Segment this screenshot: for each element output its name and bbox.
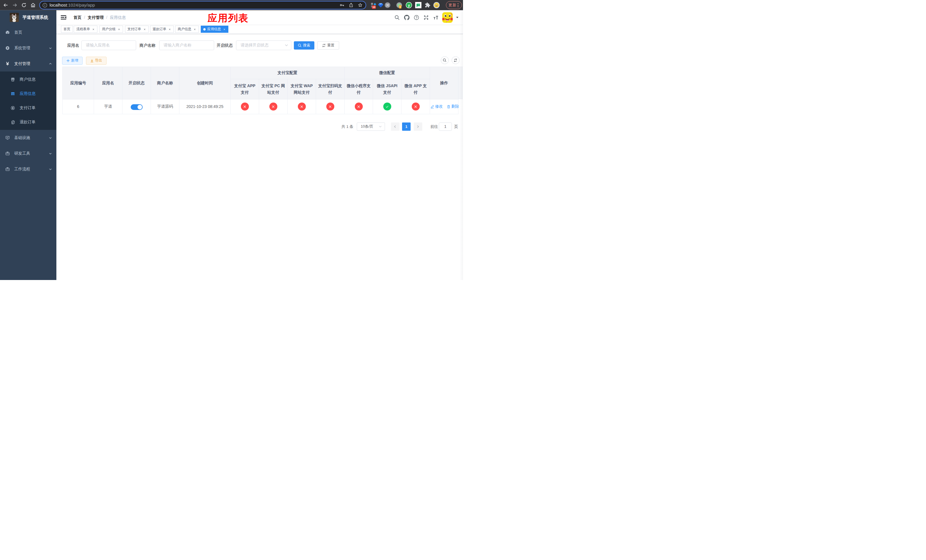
extension-puzzle-icon[interactable] xyxy=(424,2,431,8)
pagination-page-1[interactable]: 1 xyxy=(402,123,411,131)
user-avatar[interactable] xyxy=(442,12,459,23)
sidebar-item-refund-orders[interactable]: 退款订单 xyxy=(0,115,56,129)
font-size-icon[interactable] xyxy=(431,10,440,24)
breadcrumb-home[interactable]: 首页 xyxy=(73,15,82,20)
col-alipay-wap: 支付宝 WAP网站支付 xyxy=(287,79,316,99)
tag-close-icon[interactable] xyxy=(168,28,171,31)
sidebar-item-infra[interactable]: 基础设施 xyxy=(0,130,56,145)
sidebar-item-label: 支付管理 xyxy=(14,61,30,67)
table-scroll-gutter xyxy=(458,67,463,99)
pagination-next-button[interactable] xyxy=(414,123,422,131)
browser-reload-icon[interactable] xyxy=(21,2,27,9)
table-refresh-button[interactable] xyxy=(452,56,460,64)
tag-home[interactable]: 首页 xyxy=(61,26,73,33)
col-alipay-pc: 支付宝 PC 网站支付 xyxy=(259,79,287,99)
extension-y-icon[interactable]: y xyxy=(406,2,412,8)
col-wx-jsapi: 微信 JSAPI支付 xyxy=(373,79,401,99)
browser-back-icon[interactable] xyxy=(2,2,9,9)
tag-close-icon[interactable] xyxy=(193,28,196,31)
help-icon[interactable] xyxy=(412,10,421,24)
browser-menu-kebab-icon[interactable] xyxy=(458,3,458,7)
sidebar-item-label: 退款订单 xyxy=(20,120,36,125)
tag-close-icon[interactable] xyxy=(92,28,95,31)
extension-command-icon[interactable]: ⌘ xyxy=(384,2,391,8)
add-button[interactable]: 新增 xyxy=(62,57,83,65)
tag-app-info[interactable]: 应用信息 xyxy=(201,26,228,33)
reset-button[interactable]: 重置 xyxy=(317,41,339,50)
export-button[interactable]: 导出 xyxy=(86,57,106,65)
github-icon[interactable] xyxy=(402,10,412,24)
breadcrumb-payment[interactable]: 支付管理 xyxy=(88,15,104,20)
tag-merchant-info[interactable]: 商户信息 xyxy=(175,26,199,33)
sidebar-item-app-info[interactable]: 应用信息 xyxy=(0,86,56,101)
sidebar-item-payment[interactable]: 支付管理 xyxy=(0,56,56,71)
dashboard-icon xyxy=(5,30,10,35)
pagination-goto-label: 前往 xyxy=(431,123,438,131)
select-placeholder: 请选择开启状态 xyxy=(241,43,268,48)
input-placeholder: 请输入应用名 xyxy=(86,43,110,48)
button-label: 重置 xyxy=(327,43,334,48)
sidebar-logo[interactable]: 芋道管理系统 xyxy=(0,10,56,24)
header-search-icon[interactable] xyxy=(392,10,402,24)
site-info-icon[interactable] xyxy=(42,3,47,8)
bookmark-star-icon[interactable] xyxy=(358,3,363,8)
button-label: 导出 xyxy=(95,58,102,63)
logo-rabbit-image xyxy=(10,13,19,22)
chevron-down-icon xyxy=(49,152,52,155)
col-app-id: 应用编号 xyxy=(63,67,94,100)
sidebar-item-home[interactable]: 首页 xyxy=(0,24,56,40)
tag-close-icon[interactable] xyxy=(143,28,146,31)
tag-close-icon[interactable] xyxy=(223,28,226,31)
cell-alipay-wap xyxy=(287,99,316,114)
edit-link[interactable]: 修改 xyxy=(431,104,443,109)
tag-pay-order[interactable]: 支付订单 xyxy=(125,26,149,33)
sidebar-item-pay-orders[interactable]: 支付订单 xyxy=(0,101,56,115)
cell-wx-app xyxy=(401,99,430,114)
status-select[interactable]: 请选择开启状态 xyxy=(236,41,291,50)
merchant-label: 商户名称 xyxy=(138,41,156,50)
sidebar-item-devtools[interactable]: 研发工具 xyxy=(0,145,56,161)
tag-label: 流程表单 xyxy=(76,26,90,32)
tag-user-group[interactable]: 用户分组 xyxy=(99,26,123,33)
chevron-up-icon xyxy=(49,62,52,65)
status-check-icon xyxy=(383,103,391,110)
documents-icon xyxy=(11,120,15,124)
status-cross-icon xyxy=(298,103,306,110)
chevron-down-icon xyxy=(49,168,52,171)
tag-refund-order[interactable]: 退款订单 xyxy=(150,26,174,33)
extension-blue-diamond-icon[interactable]: 10 xyxy=(371,2,377,8)
sidebar-item-system[interactable]: 系统管理 xyxy=(0,40,56,56)
password-key-icon[interactable] xyxy=(339,3,345,8)
status-switch[interactable] xyxy=(131,104,143,110)
sidebar-submenu-payment: 商户信息 应用信息 支付订单 退款订单 xyxy=(0,71,56,130)
extension-chat-icon[interactable] xyxy=(415,2,421,8)
tag-label: 商户信息 xyxy=(178,26,191,32)
table-search-toggle-button[interactable] xyxy=(441,56,449,64)
browser-forward-icon[interactable] xyxy=(11,2,18,9)
url-bar[interactable]: localhost:1024/pay/app xyxy=(39,1,366,9)
yen-circle-icon xyxy=(11,106,15,110)
tag-active-dot-icon xyxy=(203,28,206,30)
browser-update-button[interactable]: 更新 xyxy=(446,1,462,9)
extension-green-dot-icon[interactable]: 1 xyxy=(396,2,402,8)
fullscreen-icon[interactable] xyxy=(421,10,431,24)
sidebar-item-merchant-info[interactable]: 商户信息 xyxy=(0,73,56,86)
col-alipay-qr: 支付宝扫码支付 xyxy=(316,79,345,99)
sidebar-item-label: 研发工具 xyxy=(14,151,30,156)
search-button[interactable]: 搜索 xyxy=(294,41,315,50)
tag-process-form[interactable]: 流程表单 xyxy=(74,26,97,33)
tag-close-icon[interactable] xyxy=(118,28,121,31)
share-icon[interactable] xyxy=(348,3,354,8)
sidebar-item-workflow[interactable]: 工作流程 xyxy=(0,161,56,177)
extension-emoji-icon[interactable] xyxy=(433,2,440,8)
extension-gem-icon[interactable] xyxy=(378,2,384,8)
merchant-input[interactable]: 请输入商户名称 xyxy=(159,41,215,50)
cell-merchant: 芋道源码 xyxy=(151,99,179,114)
browser-home-icon[interactable] xyxy=(30,2,36,9)
hamburger-collapse-icon[interactable] xyxy=(61,15,67,20)
pagination-prev-button[interactable] xyxy=(391,123,399,131)
pagination-jump-input[interactable]: 1 xyxy=(439,123,452,131)
delete-link[interactable]: 删除 xyxy=(447,104,459,109)
page-size-select[interactable]: 10条/页 xyxy=(357,123,385,131)
app-name-input[interactable]: 请输入应用名 xyxy=(82,41,136,50)
